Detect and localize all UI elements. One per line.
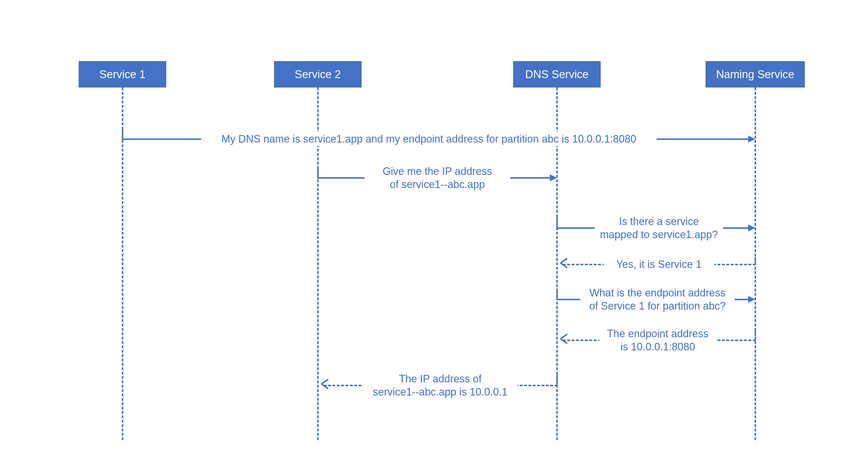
participant-label: DNS Service (525, 68, 589, 81)
message-label: What is the endpoint address of Service … (580, 286, 735, 313)
message-text: My DNS name is service1.app and my endpo… (222, 133, 637, 145)
participant-label: Naming Service (716, 68, 794, 81)
message-text-line1: The IP address of (399, 373, 482, 385)
message-text-line1: What is the endpoint address (590, 287, 725, 299)
message-stem (754, 254, 756, 264)
message-text-line1: The endpoint address (607, 327, 709, 340)
message-stem (556, 288, 558, 299)
message-text-line1: Is there a service (619, 215, 699, 227)
message-text-line2: of service1--abc.app (390, 178, 485, 190)
lifeline-service-1 (122, 88, 123, 440)
arrowhead-right-icon (748, 224, 755, 231)
message-label: Give me the IP address of service1--abc.… (365, 164, 510, 191)
arrowhead-right-icon (748, 296, 755, 303)
message-stem (122, 128, 123, 138)
message-stem (317, 167, 319, 177)
message-label: Is there a service mapped to service1.ap… (595, 214, 723, 242)
message-label: The IP address of service1--abc.app is 1… (363, 372, 518, 399)
message-text-line2: of Service 1 for partition abc? (589, 300, 726, 312)
participant-label: Service 2 (295, 68, 341, 81)
participant-service-2: Service 2 (274, 61, 362, 88)
message-text-line1: Give me the IP address (382, 165, 492, 177)
message-stem (556, 375, 558, 385)
arrowhead-right-icon (550, 174, 557, 181)
participant-service-1: Service 1 (79, 61, 166, 88)
message-label: My DNS name is service1.app and my endpo… (201, 132, 657, 146)
message-text-line2: is 10.0.0.1:8080 (620, 341, 695, 353)
message-text-line2: service1--abc.app is 10.0.0.1 (373, 386, 507, 398)
message-stem (556, 217, 558, 227)
message-label: The endpoint address is 10.0.0.1:8080 (599, 326, 716, 354)
participant-dns-service: DNS Service (513, 61, 601, 88)
participant-label: Service 1 (99, 68, 146, 81)
participant-naming-service: Naming Service (706, 61, 805, 88)
message-text-line2: mapped to service1.app? (600, 228, 718, 241)
arrowhead-right-icon (748, 135, 755, 143)
message-label: Yes, it is Service 1 (603, 257, 714, 271)
message-text: Yes, it is Service 1 (616, 258, 702, 270)
message-stem (754, 330, 756, 340)
sequence-diagram: Service 1 Service 2 DNS Service Naming S… (0, 0, 868, 469)
